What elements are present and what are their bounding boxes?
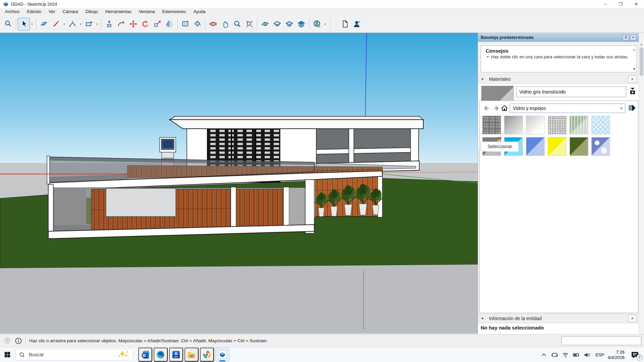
taskbar-app-chrome[interactable] — [200, 348, 214, 362]
taskbar-app-edge[interactable] — [154, 348, 168, 362]
section-cuts-tool[interactable] — [283, 18, 295, 31]
materials-close-icon[interactable]: ✕ — [628, 75, 636, 83]
rectangle-tool[interactable] — [83, 18, 95, 31]
back-arrow-icon[interactable] — [482, 104, 490, 112]
search-input[interactable]: Buscar — [15, 349, 133, 360]
material-swatch-glass-ribbed-green[interactable] — [570, 116, 588, 134]
start-button[interactable] — [0, 347, 15, 362]
account-dropdown-icon[interactable]: ▾ — [323, 18, 327, 31]
geolocation-icon[interactable] — [4, 337, 11, 345]
taskbar-app-file-explorer[interactable] — [184, 348, 199, 362]
taskbar-app-outlook[interactable] — [138, 348, 152, 362]
home-icon[interactable] — [500, 104, 508, 112]
add-person-tool[interactable] — [351, 18, 363, 31]
scrollbar-thumb[interactable] — [640, 47, 643, 76]
volume-icon[interactable] — [582, 351, 591, 359]
material-swatch-mirror-gray[interactable] — [504, 116, 523, 134]
menu-edicion[interactable]: Edición — [23, 8, 45, 15]
tray-scrollbar[interactable]: ▲ — [639, 42, 644, 334]
entity-info-close-icon[interactable]: ✕ — [628, 315, 636, 322]
taskbar-app-revit[interactable]: RRVT — [169, 348, 183, 362]
minimize-button[interactable]: ─ — [598, 0, 613, 8]
tray-icons — [538, 351, 592, 359]
notifications-icon[interactable]: 7 — [629, 349, 641, 361]
measurements-box[interactable] — [561, 336, 641, 345]
menu-herramientas[interactable]: Herramientas — [102, 8, 135, 15]
create-material-icon[interactable] — [628, 86, 637, 96]
zoom-extents-tool[interactable] — [243, 18, 255, 31]
notification-badge: 7 — [636, 354, 643, 361]
rotate-tool[interactable] — [139, 18, 151, 31]
taskbar-app-sketchup[interactable] — [215, 348, 229, 362]
menu-dibujo[interactable]: Dibujo — [82, 8, 102, 15]
section-plane-tool[interactable] — [259, 18, 271, 31]
move-tool[interactable] — [127, 18, 139, 31]
close-button[interactable]: ✕ — [629, 0, 644, 8]
section-display-tool[interactable] — [271, 18, 283, 31]
arc-tool[interactable] — [66, 18, 78, 31]
tips-scroll-down-icon[interactable]: ▼ — [633, 67, 636, 71]
battery-icon[interactable] — [572, 351, 580, 359]
menu-ayuda[interactable]: Ayuda — [190, 8, 209, 15]
copilot-sparkle-icon[interactable] — [118, 350, 129, 359]
material-swatch-glass-translucent-green[interactable] — [570, 137, 588, 156]
eraser-tool[interactable] — [38, 18, 50, 31]
offset-tool[interactable] — [179, 18, 191, 31]
material-swatch-mirror-white[interactable] — [526, 116, 545, 134]
flip-tool[interactable] — [163, 18, 175, 31]
material-swatch-glass-blocks[interactable] — [482, 116, 501, 134]
line-tool[interactable] — [50, 18, 62, 31]
material-name-input[interactable]: Vidrio gris translúcido — [516, 86, 626, 97]
paint-bucket-tool[interactable] — [191, 18, 203, 31]
material-swatch-glass-frosted-diamond[interactable] — [591, 116, 610, 134]
section-cuts-icon — [285, 20, 293, 28]
chevron-down-icon[interactable]: ▼ — [481, 77, 484, 81]
restore-button[interactable]: ❐ — [613, 0, 629, 8]
entity-info-section-header[interactable]: ▼ Información de la entidad ✕ — [478, 314, 639, 323]
pan-icon — [221, 20, 229, 28]
pan-tool[interactable] — [219, 18, 231, 31]
menu-ver[interactable]: Ver — [45, 8, 59, 15]
tray-title: Bandeja predeterminada — [481, 35, 622, 40]
account-tool[interactable] — [311, 18, 323, 31]
zoom-tool[interactable] — [231, 18, 243, 31]
material-swatch-glass-translucent-yellow[interactable] — [548, 137, 567, 156]
material-swatch-glass-obscure[interactable] — [548, 116, 567, 134]
menu-archivo[interactable]: Archivo — [1, 8, 23, 15]
material-swatch-glass-translucent-blue[interactable] — [526, 137, 545, 156]
clock[interactable]: 7:26 4/4/2026 — [607, 350, 625, 360]
scroll-up-icon[interactable]: ▲ — [639, 42, 644, 46]
pin-icon[interactable] — [623, 35, 629, 40]
materials-section-header[interactable]: ▼ Materiales ✕ — [478, 74, 639, 84]
menu-camara[interactable]: Cámara — [59, 8, 82, 15]
tips-scroll-up-icon[interactable]: ▲ — [633, 48, 636, 51]
material-swatch-glass-sky-reflective[interactable] — [591, 137, 610, 156]
info-icon[interactable] — [15, 337, 22, 345]
scale-tool[interactable] — [151, 18, 163, 31]
section-fill-tool[interactable] — [295, 18, 307, 31]
line-dropdown-icon[interactable]: ▾ — [62, 18, 66, 31]
tray-header[interactable]: Bandeja predeterminada ✕ — [478, 33, 639, 42]
collection-detail-icon[interactable] — [628, 104, 637, 112]
chevron-down-icon[interactable]: ▼ — [481, 316, 484, 320]
zoom-window-tool[interactable] — [2, 18, 14, 31]
arc-dropdown-icon[interactable]: ▾ — [78, 18, 83, 31]
chevron-up-icon[interactable] — [539, 351, 548, 359]
menu-extensiones[interactable]: Extensiones — [158, 8, 190, 15]
menu-ventana[interactable]: Ventana — [135, 8, 159, 15]
wifi-icon[interactable] — [561, 351, 570, 359]
tray-close-icon[interactable]: ✕ — [630, 35, 636, 40]
orbit-tool[interactable] — [207, 18, 219, 31]
follow-me-tool[interactable] — [115, 18, 127, 31]
select-dropdown-icon[interactable]: ▾ — [30, 18, 34, 31]
push-pull-tool[interactable] — [103, 18, 115, 31]
cast-icon[interactable] — [550, 351, 559, 359]
rectangle-dropdown-icon[interactable]: ▾ — [95, 18, 99, 31]
tab-seleccionar[interactable]: Seleccionar — [481, 141, 519, 152]
select-tool[interactable] — [18, 18, 30, 31]
language-indicator[interactable]: ESP — [595, 352, 604, 357]
collection-dropdown[interactable]: Vidrio y espejos — [510, 104, 625, 113]
new-document-tool[interactable] — [339, 18, 351, 31]
forward-arrow-icon[interactable] — [492, 104, 500, 112]
viewport[interactable] — [0, 33, 478, 334]
